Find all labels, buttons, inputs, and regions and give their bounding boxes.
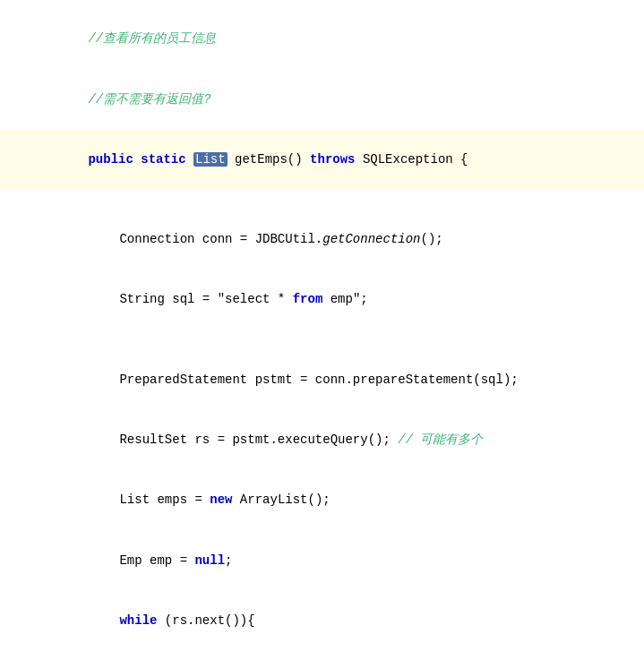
line-10: List emps = new ArrayList();	[0, 470, 644, 530]
line-7-blank	[0, 330, 644, 349]
while-condition: (rs.next()){	[157, 613, 254, 628]
comment-return-val: //需不需要有返回值?	[88, 92, 210, 107]
sql-string-close: ";	[353, 292, 368, 306]
emp-decl: Emp emp =	[119, 553, 194, 568]
line-11-content: Emp emp = null;	[7, 530, 644, 590]
comment-maybe-multiple: // 可能有多个	[398, 432, 483, 447]
line-7-content	[7, 330, 644, 349]
line-8: PreparedStatement pstmt = conn.prepareSt…	[0, 350, 644, 410]
line-12: while (rs.next()){	[0, 590, 644, 650]
arraylist-construct: ArrayList();	[232, 492, 330, 507]
conn-type: Connection conn = JDBCUtil.	[119, 232, 322, 246]
line-4-content	[7, 190, 644, 210]
comment-view-all: //查看所有的员工信息	[88, 31, 216, 46]
line-2: //需不需要有返回值?	[0, 69, 644, 129]
sql-string-open: "	[218, 292, 225, 306]
line-3-highlighted: public static List getEmps() throws SQLE…	[0, 129, 644, 189]
type-list-highlighted: List	[193, 152, 228, 167]
line-11: Emp emp = null;	[0, 530, 644, 590]
conn-method: getConnection	[322, 232, 420, 246]
line-6: String sql = "select * from emp";	[0, 270, 644, 330]
line-12-content: while (rs.next()){	[7, 590, 644, 650]
line-10-content: List emps = new ArrayList();	[7, 470, 644, 530]
line-13-content: int empno = rs.getInt( columnLabel: "emp…	[7, 651, 644, 669]
keyword-public: public	[88, 152, 141, 167]
line-2-content: //需不需要有返回值?	[7, 69, 644, 129]
line-6-content: String sql = "select * from emp";	[7, 270, 644, 330]
sql-select: select *	[225, 292, 293, 306]
sql-table: emp	[322, 292, 353, 306]
rs-decl: ResultSet rs = pstmt.executeQuery();	[119, 432, 398, 447]
list-emps-decl: List emps =	[119, 492, 210, 507]
sql-type: String sql =	[119, 292, 217, 306]
line-5: Connection conn = JDBCUtil.getConnection…	[0, 210, 644, 270]
emp-semicolon: ;	[225, 553, 232, 568]
line-5-content: Connection conn = JDBCUtil.getConnection…	[7, 210, 644, 270]
keyword-throws: throws	[310, 152, 355, 167]
keyword-new-list: new	[210, 492, 232, 507]
line-9-content: ResultSet rs = pstmt.executeQuery(); // …	[7, 410, 644, 470]
line-9: ResultSet rs = pstmt.executeQuery(); // …	[0, 410, 644, 470]
sql-from-keyword: from	[293, 292, 323, 306]
line-4-blank	[0, 190, 644, 210]
exception-name: SQLException {	[356, 152, 468, 167]
keyword-while: while	[119, 613, 157, 628]
line-1-content: //查看所有的员工信息	[7, 9, 644, 69]
line-1: //查看所有的员工信息	[0, 9, 644, 69]
keyword-static: static	[141, 152, 193, 167]
line-8-content: PreparedStatement pstmt = conn.prepareSt…	[7, 350, 644, 410]
keyword-null: null	[194, 553, 225, 568]
method-name: getEmps()	[228, 152, 310, 167]
line-13: int empno = rs.getInt( columnLabel: "emp…	[0, 651, 644, 669]
code-container: //查看所有的员工信息 //需不需要有返回值? public static Li…	[0, 0, 644, 668]
conn-parens: ();	[420, 232, 442, 246]
line-3-content: public static List getEmps() throws SQLE…	[7, 129, 644, 189]
pstmt-decl: PreparedStatement pstmt = conn.prepareSt…	[119, 373, 518, 387]
